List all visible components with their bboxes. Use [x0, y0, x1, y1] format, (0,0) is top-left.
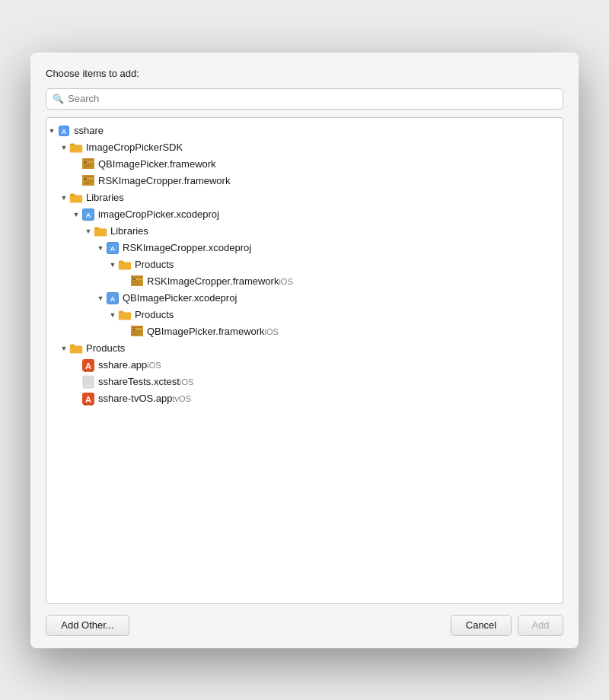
search-bar: 🔍: [46, 88, 563, 110]
item-badge: iOS: [180, 377, 193, 387]
app-red-icon: A: [81, 392, 95, 406]
add-button[interactable]: Add: [518, 615, 563, 636]
svg-rect-18: [82, 175, 94, 177]
tree-item[interactable]: ▼ Products: [46, 256, 563, 273]
folder-icon: [69, 191, 83, 205]
svg-text:A: A: [85, 361, 91, 370]
item-label: Libraries: [86, 192, 124, 203]
item-badge: iOS: [147, 361, 161, 370]
svg-rect-8: [84, 167, 90, 167]
disclosure-triangle[interactable]: ▼: [59, 192, 69, 203]
tree-item[interactable]: A sshare.appiOS: [46, 357, 563, 374]
disclosure-triangle[interactable]: ▼: [46, 126, 57, 136]
svg-rect-5: [84, 161, 87, 163]
svg-rect-10: [82, 158, 94, 160]
item-label: RSKImageCropper.framework: [98, 175, 230, 186]
svg-rect-28: [132, 281, 142, 282]
disclosure-triangle[interactable]: ▼: [95, 293, 106, 304]
svg-rect-49: [83, 376, 94, 388]
svg-rect-15: [84, 182, 91, 183]
tree-item[interactable]: ▼ A RSKImageCropper.xcodeproj: [46, 240, 563, 256]
app-red-icon: A: [81, 358, 95, 372]
folder-icon: [69, 141, 83, 154]
svg-text:A: A: [62, 128, 67, 135]
item-label: Products: [135, 259, 174, 270]
disclosure-spacer: [120, 326, 130, 337]
tree-item[interactable]: ▼ ImageCropPickerSDK: [46, 139, 563, 156]
tree-container[interactable]: ▼ A sshare▼ ImageCropPickerSDK QBI: [46, 117, 563, 604]
tree-item[interactable]: ▼ Libraries: [46, 189, 563, 206]
xcodeproj-icon: A: [106, 291, 120, 305]
search-input[interactable]: [46, 88, 563, 110]
button-row: Add Other... Cancel Add: [46, 615, 563, 636]
xcodeproj-icon: A: [106, 241, 120, 255]
tree-item[interactable]: ▼ Products: [46, 340, 563, 357]
svg-rect-14: [84, 180, 93, 181]
svg-rect-32: [131, 275, 143, 277]
svg-rect-7: [84, 165, 91, 166]
svg-text:A: A: [85, 394, 91, 403]
folder-icon: [118, 258, 132, 272]
disclosure-triangle[interactable]: ▼: [59, 142, 69, 153]
tree-item[interactable]: A sshare-tvOS.apptvOS: [46, 390, 563, 407]
tree-item[interactable]: ▼ A imageCropPicker.xcodeproj: [46, 206, 563, 223]
svg-rect-43: [131, 326, 143, 327]
framework-icon: [81, 174, 95, 188]
tree-item[interactable]: QBImagePicker.frameworkiOS: [46, 323, 563, 340]
item-label: sshare-tvOS.app: [98, 393, 173, 404]
folder-icon: [69, 342, 83, 355]
disclosure-triangle[interactable]: ▼: [59, 343, 69, 354]
svg-rect-40: [132, 332, 140, 333]
item-label: Libraries: [110, 225, 148, 237]
disclosure-spacer: [120, 276, 130, 287]
item-label: Products: [86, 342, 125, 354]
svg-rect-30: [132, 284, 139, 285]
tree-item[interactable]: ▼ Products: [46, 307, 563, 323]
tree-item[interactable]: sshareTests.xctestiOS: [46, 374, 563, 390]
item-label: sshare: [74, 125, 104, 136]
svg-text:A: A: [110, 295, 116, 303]
folder-icon: [94, 224, 107, 238]
item-badge: iOS: [279, 277, 292, 286]
disclosure-spacer: [71, 159, 81, 170]
svg-rect-38: [132, 329, 136, 330]
item-badge: iOS: [265, 327, 279, 336]
tree-item[interactable]: ▼ Libraries: [46, 223, 563, 240]
svg-rect-39: [132, 331, 142, 332]
tree-item[interactable]: RSKImageCropper.framework: [46, 173, 563, 189]
framework-icon: [81, 158, 95, 171]
disclosure-spacer: [71, 393, 81, 404]
disclosure-triangle[interactable]: ▼: [107, 310, 118, 320]
disclosure-triangle[interactable]: ▼: [71, 209, 81, 220]
svg-rect-41: [132, 334, 139, 335]
item-label: sshare.app: [98, 359, 147, 371]
item-label: RSKImageCropper.framework: [147, 275, 279, 287]
add-other-button[interactable]: Add Other...: [46, 615, 129, 636]
folder-icon: [118, 308, 132, 322]
item-badge: tvOS: [173, 394, 191, 403]
svg-rect-16: [84, 183, 90, 184]
tree-item[interactable]: ▼ A QBImagePicker.xcodeproj: [46, 290, 563, 307]
item-label: Products: [135, 309, 174, 320]
disclosure-spacer: [71, 176, 81, 186]
tree-item[interactable]: RSKImageCropper.frameworkiOS: [46, 273, 563, 290]
app-icon: A: [57, 124, 71, 138]
dialog-title: Choose items to add:: [46, 68, 563, 79]
framework-icon: [130, 325, 144, 339]
svg-text:A: A: [110, 245, 116, 253]
framework-icon: [130, 275, 144, 288]
disclosure-triangle[interactable]: ▼: [107, 259, 118, 270]
tree-item[interactable]: ▼ A sshare: [46, 123, 563, 139]
svg-rect-57: [84, 404, 93, 406]
item-label: QBImagePicker.xcodeproj: [123, 292, 237, 304]
cancel-button[interactable]: Cancel: [451, 615, 512, 636]
tree-item[interactable]: QBImagePicker.framework: [46, 156, 563, 173]
disclosure-triangle[interactable]: ▼: [95, 243, 106, 253]
dialog: Choose items to add: 🔍 ▼ A sshare▼ Image…: [30, 52, 579, 648]
disclosure-triangle[interactable]: ▼: [83, 226, 94, 237]
xcodeproj-icon: A: [81, 208, 95, 221]
disclosure-spacer: [71, 377, 81, 387]
svg-rect-29: [132, 282, 140, 283]
svg-rect-48: [84, 371, 93, 372]
svg-rect-13: [84, 178, 87, 180]
